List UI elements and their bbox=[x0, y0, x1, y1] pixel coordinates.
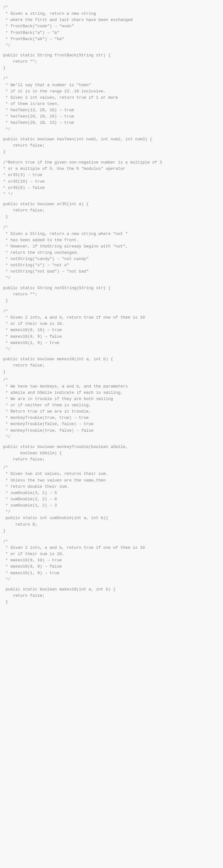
comment-sumDouble: /* * Given two int values, returns their… bbox=[3, 465, 220, 515]
comment-notString: /* * Given a String, return a new string… bbox=[3, 224, 220, 281]
comment-makes10-1: /* * Given 2 ints, a and b, return true … bbox=[3, 308, 220, 352]
code-page: /* * Given a string, return a new string… bbox=[0, 0, 223, 617]
block-sumDouble: /* * Given two int values, returns their… bbox=[3, 465, 220, 534]
block-monkeyTrouble: /* * We have two monkeys, a and b, and t… bbox=[3, 377, 220, 463]
block-makes10-1: /* * Given 2 ints, a and b, return true … bbox=[3, 308, 220, 375]
block-or35: /*Return true if the given non-negative … bbox=[3, 159, 220, 220]
comment-makes10-2: /* * Given 2 ints, a and b, return true … bbox=[3, 538, 220, 583]
code-sumDouble: public static int sumDouble(int a, int b… bbox=[3, 515, 220, 534]
comment-monkeyTrouble: /* * We have two monkeys, a and b, and t… bbox=[3, 377, 220, 440]
code-frontBack: public static String frontBack(String st… bbox=[3, 52, 220, 71]
block-makes10-2: /* * Given 2 ints, a and b, return true … bbox=[3, 538, 220, 605]
block-notString: /* * Given a String, return a new string… bbox=[3, 224, 220, 304]
code-hasTeen: public static boolean hasTeen(int num1, … bbox=[3, 136, 220, 155]
block-hasTeen: /* * We'll say that a number is "teen" *… bbox=[3, 75, 220, 155]
code-makes10-2: public static boolean makes10(int a, int… bbox=[3, 586, 220, 605]
code-notString: public static String notString(String st… bbox=[3, 285, 220, 304]
comment-hasTeen: /* * We'll say that a number is "teen" *… bbox=[3, 75, 220, 132]
code-monkeyTrouble: public static boolean monkeyTrouble(bool… bbox=[3, 444, 220, 463]
block-frontBack: /* * Given a string, return a new string… bbox=[3, 4, 220, 71]
code-makes10-1: public static boolean makes10(int a, int… bbox=[3, 356, 220, 375]
comment-frontBack: /* * Given a string, return a new string… bbox=[3, 4, 220, 49]
code-or35: public static boolean or35(int a) { retu… bbox=[3, 201, 220, 220]
comment-or35: /*Return true if the given non-negative … bbox=[3, 159, 220, 197]
